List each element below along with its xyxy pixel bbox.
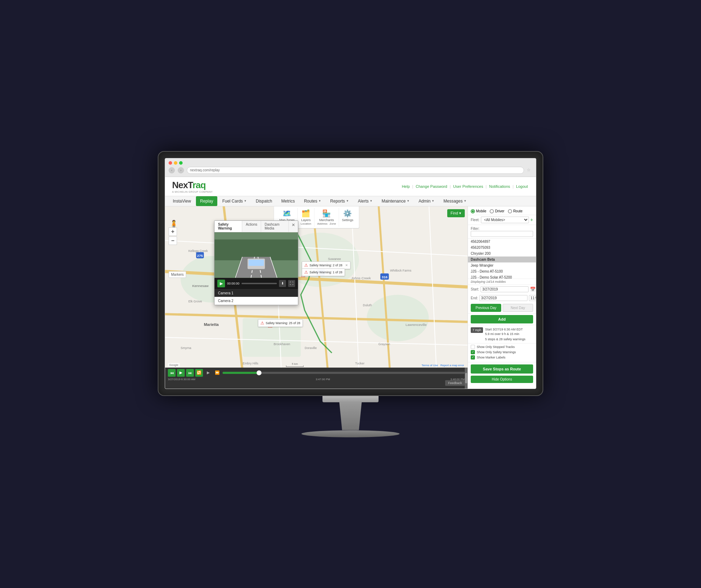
marker-labels-checkbox[interactable]: ✓ — [471, 355, 475, 360]
messages-dropdown-arrow: ▼ — [464, 199, 467, 203]
scroll-thumb[interactable] — [465, 368, 468, 389]
safety-warning-3[interactable]: ⚠ Safety Warning: 25 of 28 — [258, 319, 303, 327]
close-warning-1[interactable]: ✕ — [345, 264, 348, 267]
admin-dropdown-arrow: ▼ — [431, 199, 434, 203]
checkbox-section: Show Only Stopped Tracks ✓ Show Only Saf… — [468, 343, 536, 362]
camera-2-item[interactable]: Camera 2 — [215, 297, 298, 305]
bookmark-icon[interactable]: ☆ — [527, 167, 532, 173]
safety-warnings-checkbox[interactable]: ✓ — [471, 350, 475, 354]
next-day-button[interactable]: Next Day — [503, 304, 533, 312]
map-terms[interactable]: Terms of Use Report a map error — [422, 364, 464, 367]
play-pause-button[interactable]: ▶ — [177, 369, 185, 377]
fleet-select[interactable]: <All Mobiles> — [481, 217, 529, 223]
end-time-input[interactable] — [529, 295, 536, 301]
safety-warnings-label: Show Only Safety Warnings — [477, 350, 516, 354]
separator-2: | — [450, 184, 451, 189]
svg-text:Embry Hills: Embry Hills — [243, 362, 258, 365]
dashcam-close-button[interactable]: ✕ — [289, 221, 298, 232]
layers-section[interactable]: 🗂️ Layers Location — [298, 208, 314, 227]
nav-replay[interactable]: Replay — [196, 196, 217, 206]
nav-maintenance[interactable]: Maintenance ▼ — [377, 196, 414, 206]
nav-routes[interactable]: Routes ▼ — [300, 196, 325, 206]
stopped-tracks-checkbox[interactable] — [471, 345, 475, 349]
save-stops-as-route-button[interactable]: Save Stops as Route — [471, 364, 533, 374]
vehicle-item-dashcam-beta[interactable]: Dashcam Beta — [468, 257, 536, 262]
fullscreen-button[interactable]: ⛶ — [288, 280, 295, 287]
start-date-input[interactable] — [481, 286, 529, 292]
maximize-window-button[interactable] — [179, 161, 183, 165]
back-button[interactable]: ‹ — [169, 167, 175, 173]
start-calendar-icon[interactable]: 📅 — [530, 287, 536, 292]
close-window-button[interactable] — [169, 161, 172, 165]
vehicle-item-3[interactable]: Chrysler 200 — [468, 251, 536, 257]
vehicle-item-5[interactable]: Jeep Wrangler — [468, 262, 536, 268]
progress-bar[interactable] — [241, 283, 277, 284]
dashcam-controls: ▶ 00:00:00 ⬇ ⛶ — [215, 278, 298, 289]
camera-1-item[interactable]: Camera 1 — [215, 289, 298, 297]
zoom-in-button[interactable]: + — [169, 227, 177, 236]
nav-reports[interactable]: Reports ▼ — [326, 196, 353, 206]
find-button[interactable]: Find ▾ — [447, 209, 465, 217]
forward-button[interactable]: › — [178, 167, 184, 173]
pb-track[interactable] — [223, 372, 465, 374]
end-date-input[interactable] — [479, 295, 528, 301]
loop-button[interactable]: 🔁 — [195, 369, 203, 377]
trip-warnings-text: 5 stops & 28 safety warnings — [485, 337, 525, 341]
url-bar[interactable]: nextraq.com/replay — [187, 167, 524, 174]
pb-thumb[interactable] — [257, 370, 261, 375]
user-preferences-link[interactable]: User Preferences — [453, 184, 483, 189]
nav-metrics[interactable]: Metrics — [277, 196, 299, 206]
zone-sublabel: Zone — [329, 222, 336, 225]
nav-admin[interactable]: Admin ▼ — [414, 196, 438, 206]
fleet-expand-icon[interactable]: + — [530, 217, 533, 223]
nav-dispatch[interactable]: Dispatch — [252, 196, 277, 206]
notifications-link[interactable]: Notifications — [489, 184, 510, 189]
safety-warning-tab[interactable]: Safety Warning — [215, 221, 242, 232]
dashcam-media-tab[interactable]: Dashcam Media — [261, 221, 289, 232]
nav-instaview[interactable]: InstaView — [169, 196, 195, 206]
skip-start-button[interactable]: ⏮ — [168, 369, 176, 377]
nav-alerts[interactable]: Alerts ▼ — [354, 196, 377, 206]
minimize-window-button[interactable] — [174, 161, 177, 165]
trip-details: Start 3/27/19 6:30 AM EDT 5.9 mi over 9 … — [485, 327, 525, 341]
markers-label[interactable]: Markers — [169, 271, 186, 278]
previous-day-button[interactable]: Previous Day — [471, 304, 501, 312]
marker-labels-row: ✓ Show Marker Labels — [471, 355, 533, 360]
actions-tab[interactable]: Actions — [242, 221, 261, 232]
download-button[interactable]: ⬇ — [279, 280, 286, 287]
routes-dropdown-arrow: ▼ — [318, 199, 321, 203]
vehicle-item-2[interactable]: 4562075093 — [468, 245, 536, 251]
settings-section[interactable]: ⚙️ Settings — [339, 208, 356, 223]
maint-dropdown-arrow: ▼ — [407, 199, 409, 203]
merchants-section[interactable]: 🏪 Merchants Address Zone — [314, 208, 339, 227]
zoom-out-button[interactable]: − — [169, 237, 177, 245]
help-link[interactable]: Help — [402, 184, 410, 189]
safety-warning-1[interactable]: ⚠ Safety Warning: 2 of 28 ✕ — [302, 261, 350, 269]
feedback-button[interactable]: Feedback — [445, 380, 465, 386]
add-button[interactable]: Add — [471, 315, 533, 323]
map-container[interactable]: 275 75 285 316 Kennesaw Sandy Pl... — [165, 206, 468, 389]
play-button[interactable]: ▶ — [217, 280, 225, 287]
mobile-radio-dot — [472, 210, 474, 212]
trip-start-text: Start 3/27/19 6:30 AM EDT — [485, 327, 525, 332]
change-password-link[interactable]: Change Password — [416, 184, 447, 189]
fast-forward-button[interactable]: ⏩ — [213, 369, 221, 377]
nextraq-logo: NexTraq — [172, 180, 213, 191]
layers-icon: 🗂️ — [301, 209, 310, 218]
nav-messages[interactable]: Messages ▼ — [439, 196, 471, 206]
vehicle-list[interactable]: 4562064897 4562075093 Chrysler 200 Dashc… — [468, 239, 536, 279]
hide-options-button[interactable]: Hide Options — [471, 376, 533, 383]
driver-radio[interactable]: Driver — [490, 209, 504, 213]
slow-button[interactable]: ▶ — [204, 369, 212, 377]
skip-end-button[interactable]: ⏭ — [186, 369, 194, 377]
vehicle-item-6[interactable]: JJS - Demo AT-5100 — [468, 268, 536, 274]
filter-input[interactable] — [471, 231, 533, 237]
vehicle-item-7[interactable]: JJS - Demo Solar AT-5200 — [468, 274, 536, 279]
svg-text:Lawrenceville: Lawrenceville — [406, 322, 427, 326]
safety-warning-2[interactable]: ⚠ Safety Warning: 1 of 28 — [302, 268, 345, 276]
route-radio[interactable]: Route — [508, 209, 523, 213]
vehicle-item-1[interactable]: 4562064897 — [468, 239, 536, 245]
nav-fuelcards[interactable]: Fuel Cards ▼ — [218, 196, 251, 206]
mobile-radio[interactable]: Mobile — [471, 209, 486, 213]
logout-link[interactable]: Logout — [516, 184, 528, 189]
